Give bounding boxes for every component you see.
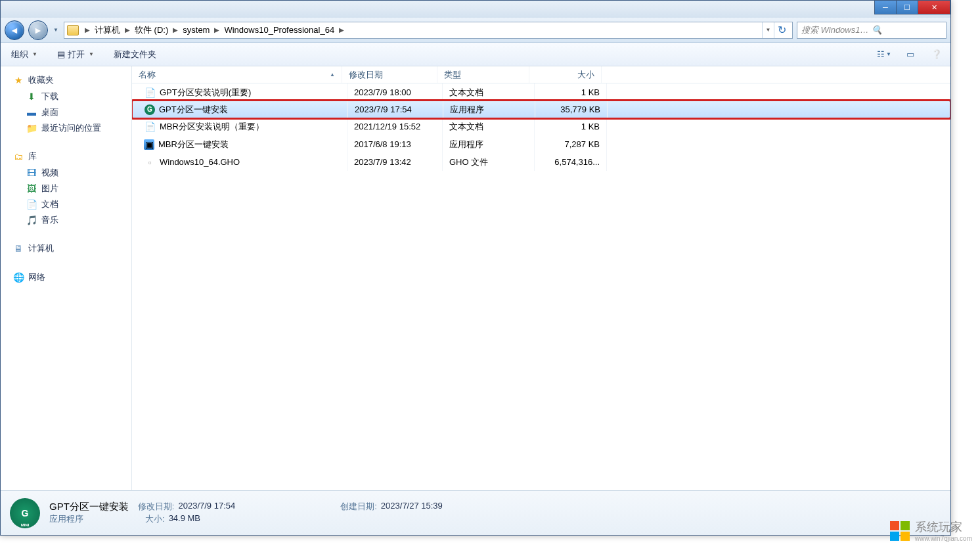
search-icon: 🔍 <box>872 25 942 35</box>
sidebar-computer-header[interactable]: 🖥计算机 <box>1 240 131 257</box>
window-controls: ─ ☐ ✕ <box>875 1 950 14</box>
open-button[interactable]: ▤打开▼ <box>53 47 98 62</box>
download-icon: ⬇ <box>26 91 37 102</box>
library-icon: 🗂 <box>12 151 24 162</box>
address-dropdown-button[interactable]: ▼ <box>762 22 774 38</box>
video-icon: 🎞 <box>26 168 37 178</box>
search-placeholder: 搜索 Windows10_Professi... <box>801 24 872 36</box>
explorer-window: ─ ☐ ✕ ◄ ► ▼ ▶ 计算机 ▶ 软件 (D:) ▶ system ▶ W… <box>0 0 951 536</box>
column-date-header[interactable]: 修改日期 <box>342 66 437 83</box>
file-row[interactable]: ▫Windows10_64.GHO2023/7/9 13:42GHO 文件6,5… <box>132 153 950 171</box>
breadcrumb-separator-icon[interactable]: ▶ <box>123 26 132 34</box>
file-row[interactable]: 📄GPT分区安装说明(重要)2023/7/9 18:00文本文档1 KB <box>132 83 950 101</box>
details-created-value: 2023/7/27 15:39 <box>381 501 443 513</box>
sidebar-network-header[interactable]: 🌐网络 <box>1 269 131 286</box>
navigation-pane: ★收藏夹 ⬇下载 ▬桌面 📁最近访问的位置 🗂库 🎞视频 🖼图片 📄文档 🎵音乐… <box>1 66 132 490</box>
file-type: 应用程序 <box>443 135 535 153</box>
folder-icon <box>67 25 79 35</box>
desktop-icon: ▬ <box>26 107 37 118</box>
file-type: GHO 文件 <box>443 153 535 171</box>
network-icon: 🌐 <box>12 272 24 283</box>
file-size: 1 KB <box>535 83 607 101</box>
body-area: ★收藏夹 ⬇下载 ▬桌面 📁最近访问的位置 🗂库 🎞视频 🖼图片 📄文档 🎵音乐… <box>1 66 950 490</box>
search-input[interactable]: 搜索 Windows10_Professi... 🔍 <box>797 22 947 39</box>
file-name: GPT分区安装说明(重要) <box>160 87 251 99</box>
file-row[interactable]: 📄MBR分区安装说明（重要）2021/12/19 15:52文本文档1 KB <box>132 118 950 135</box>
view-options-button[interactable]: ☷▼ <box>877 47 891 62</box>
file-size: 7,287 KB <box>535 135 607 153</box>
details-file-type: 应用程序 <box>49 513 141 525</box>
breadcrumb-computer[interactable]: 计算机 <box>92 24 123 36</box>
breadcrumb-folder-current[interactable]: Windows10_Professional_64 <box>221 25 337 35</box>
favorites-icon: ★ <box>12 75 24 85</box>
sidebar-favorites-header[interactable]: ★收藏夹 <box>1 72 131 89</box>
open-icon: ▤ <box>57 49 65 59</box>
details-created-label: 创建日期: <box>340 501 377 513</box>
nav-bar: ◄ ► ▼ ▶ 计算机 ▶ 软件 (D:) ▶ system ▶ Windows… <box>1 18 950 43</box>
organize-menu[interactable]: 组织▼ <box>7 47 41 62</box>
help-button[interactable]: ❔ <box>929 47 944 62</box>
file-row[interactable]: GGPT分区一键安装2023/7/9 17:54应用程序35,779 KB <box>132 101 950 118</box>
file-icon: G <box>145 104 155 115</box>
sidebar-item-downloads[interactable]: ⬇下载 <box>1 89 131 104</box>
watermark-url: www.win7qjian.com <box>915 535 972 542</box>
file-icon: ▫ <box>144 156 156 168</box>
new-folder-button[interactable]: 新建文件夹 <box>110 47 160 62</box>
document-icon: 📄 <box>26 199 37 210</box>
column-name-header[interactable]: 名称▲ <box>132 66 342 83</box>
forward-button[interactable]: ► <box>28 20 48 40</box>
recent-icon: 📁 <box>26 123 37 133</box>
watermark-logo-icon <box>890 521 910 541</box>
details-file-icon: G <box>10 498 40 528</box>
refresh-button[interactable]: ↻ <box>774 22 790 38</box>
address-bar[interactable]: ▶ 计算机 ▶ 软件 (D:) ▶ system ▶ Windows10_Pro… <box>64 22 793 39</box>
close-button[interactable]: ✕ <box>918 1 950 14</box>
file-size: 35,779 KB <box>535 101 608 118</box>
file-name: MBR分区安装说明（重要） <box>160 121 264 133</box>
computer-icon: 🖥 <box>12 243 24 254</box>
nav-history-dropdown[interactable]: ▼ <box>52 20 60 40</box>
file-date: 2021/12/19 15:52 <box>347 118 443 135</box>
file-date: 2017/6/8 19:13 <box>347 135 443 153</box>
command-bar: 组织▼ ▤打开▼ 新建文件夹 ☷▼ ▭ ❔ <box>1 43 950 66</box>
file-type: 文本文档 <box>443 83 535 101</box>
breadcrumb-separator-icon[interactable]: ▶ <box>337 26 346 34</box>
breadcrumb-folder-system[interactable]: system <box>180 25 212 35</box>
details-modified-value: 2023/7/9 17:54 <box>178 501 235 513</box>
file-row[interactable]: ▣MBR分区一键安装2017/6/8 19:13应用程序7,287 KB <box>132 135 950 153</box>
details-pane: G GPT分区一键安装 修改日期: 2023/7/9 17:54 应用程序 大小… <box>1 490 950 535</box>
file-name: GPT分区一键安装 <box>159 104 228 116</box>
watermark-name: 系统玩家 <box>915 519 972 535</box>
watermark: 系统玩家 www.win7qjian.com <box>890 519 972 542</box>
sort-indicator-icon: ▲ <box>330 72 335 78</box>
file-size: 1 KB <box>535 118 607 135</box>
title-bar[interactable]: ─ ☐ ✕ <box>1 1 950 18</box>
breadcrumb-separator-icon[interactable]: ▶ <box>171 26 180 34</box>
sidebar-libraries-header[interactable]: 🗂库 <box>1 148 131 165</box>
breadcrumb-separator-icon[interactable]: ▶ <box>212 26 221 34</box>
file-date: 2023/7/9 17:54 <box>348 101 443 118</box>
sidebar-item-documents[interactable]: 📄文档 <box>1 196 131 212</box>
details-modified-label: 修改日期: <box>138 501 175 513</box>
maximize-button[interactable]: ☐ <box>896 1 918 14</box>
breadcrumb-separator-icon[interactable]: ▶ <box>83 26 92 34</box>
file-icon: ▣ <box>144 139 154 150</box>
column-type-header[interactable]: 类型 <box>437 66 529 83</box>
breadcrumb-drive[interactable]: 软件 (D:) <box>132 24 171 36</box>
sidebar-item-videos[interactable]: 🎞视频 <box>1 165 131 181</box>
file-type: 应用程序 <box>443 101 535 118</box>
file-date: 2023/7/9 18:00 <box>347 83 443 101</box>
column-size-header[interactable]: 大小 <box>529 66 602 83</box>
sidebar-item-recent[interactable]: 📁最近访问的位置 <box>1 120 131 136</box>
preview-pane-button[interactable]: ▭ <box>903 47 918 62</box>
details-file-name: GPT分区一键安装 <box>49 501 129 513</box>
details-size-label: 大小: <box>145 513 165 525</box>
sidebar-item-pictures[interactable]: 🖼图片 <box>1 181 131 196</box>
column-headers: 名称▲ 修改日期 类型 大小 <box>132 66 950 83</box>
file-name: MBR分区一键安装 <box>158 139 229 150</box>
sidebar-item-desktop[interactable]: ▬桌面 <box>1 104 131 120</box>
back-button[interactable]: ◄ <box>5 20 24 40</box>
file-icon: 📄 <box>144 121 156 133</box>
minimize-button[interactable]: ─ <box>874 1 897 14</box>
sidebar-item-music[interactable]: 🎵音乐 <box>1 212 131 228</box>
